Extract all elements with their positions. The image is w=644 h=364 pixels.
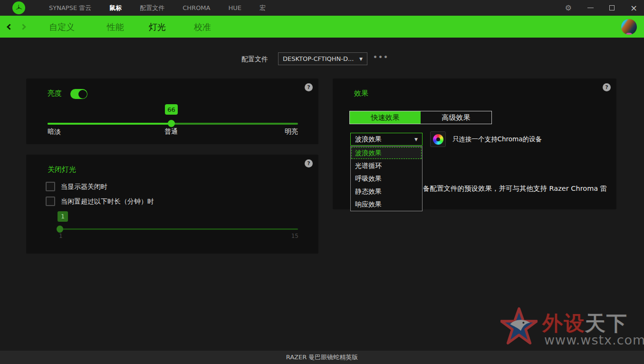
menu-item-mouse[interactable]: 鼠标 [109, 4, 122, 12]
profile-select[interactable]: DESKTOP-CFTIQHN-D... ▼ [278, 52, 367, 65]
tab-quick-effects[interactable]: 快速效果 [350, 111, 421, 124]
razer-logo-icon[interactable] [12, 1, 25, 14]
dropdown-option-spectrum[interactable]: 光谱循环 [351, 159, 422, 172]
settings-gear-icon[interactable]: ⚙ [565, 4, 572, 12]
effect-description: 备配置文件的预设效果，并可与其他支持 Razer Chroma 雷 [423, 184, 611, 193]
back-arrow-icon[interactable] [7, 24, 13, 30]
window-controls: ⚙ × [565, 0, 637, 16]
checkbox-idle-timeout-label: 当闲置超过以下时长（分钟）时 [61, 197, 154, 206]
dropdown-option-reactive[interactable]: 响应效果 [351, 198, 422, 211]
device-name: RAZER 曼巴眼镜蛇精英版 [286, 353, 358, 362]
footer-bar: RAZER 曼巴眼镜蛇精英版 [0, 351, 644, 364]
profile-select-value: DESKTOP-CFTIQHN-D... [283, 55, 354, 62]
brightness-slider-handle[interactable] [168, 120, 175, 127]
brightness-slider[interactable] [48, 123, 298, 125]
checkbox-idle-timeout[interactable] [46, 197, 55, 206]
toggle-knob [78, 90, 87, 98]
idle-slider-min-label: 1 [59, 233, 63, 239]
idle-minutes-slider[interactable] [58, 228, 298, 230]
menu-item-hue[interactable]: HUE [228, 4, 241, 11]
menu-item-profiles[interactable]: 配置文件 [140, 4, 164, 12]
lights-off-panel: 关闭灯光 ? 当显示器关闭时 当闲置超过以下时长（分钟）时 1 1 15 [26, 155, 318, 254]
watermark-text-red: 外设 [542, 311, 585, 335]
lights-off-title: 关闭灯光 [48, 165, 76, 174]
brightness-title: 亮度 [48, 89, 62, 98]
profile-label: 配置文件 [241, 55, 268, 64]
brightness-toggle[interactable] [70, 89, 87, 99]
tab-customize[interactable]: 自定义 [49, 21, 75, 33]
checkbox-display-off-label: 当显示器关闭时 [61, 183, 107, 191]
tab-calibration[interactable]: 校准 [194, 21, 211, 33]
watermark: 外设天下 www.wstx.com [497, 306, 639, 350]
effect-dropdown-list: 波浪效果 光谱循环 呼吸效果 静态效果 响应效果 [350, 146, 423, 211]
brightness-label-bright: 明亮 [285, 128, 298, 136]
effects-tab-group: 快速效果 高级效果 [349, 111, 492, 124]
menu-item-macro[interactable]: 宏 [260, 4, 266, 12]
checkbox-display-off[interactable] [46, 182, 55, 191]
brightness-slider-fill [48, 123, 171, 125]
chroma-color-button[interactable] [430, 131, 446, 147]
watermark-text-gray: 天下 [585, 311, 628, 335]
menu-item-chroma[interactable]: CHROMA [183, 4, 210, 11]
effects-title: 效果 [354, 89, 368, 98]
tab-advanced-effects[interactable]: 高级效果 [421, 111, 491, 124]
title-bar: SYNAPSE 雷云 鼠标 配置文件 CHROMA HUE 宏 ⚙ × [0, 0, 644, 16]
help-icon[interactable]: ? [305, 83, 313, 91]
brightness-value-badge: 66 [165, 104, 178, 115]
maximize-icon[interactable] [609, 5, 615, 10]
brightness-label-dim: 暗淡 [48, 128, 61, 136]
avatar[interactable] [621, 19, 637, 35]
color-wheel-icon [433, 134, 443, 145]
device-nav-bar: 自定义 性能 灯光 校准 [0, 16, 644, 38]
brightness-label-normal: 普通 [164, 128, 178, 136]
forward-arrow-icon[interactable] [20, 24, 26, 30]
dropdown-option-breathing[interactable]: 呼吸效果 [351, 172, 422, 185]
idle-slider-max-label: 15 [291, 233, 298, 239]
chevron-down-icon: ▼ [359, 57, 363, 61]
app-menu: SYNAPSE 雷云 鼠标 配置文件 CHROMA HUE 宏 [49, 0, 266, 16]
brightness-panel: 亮度 ? 66 暗淡 普通 明亮 [26, 79, 318, 144]
dropdown-option-wave[interactable]: 波浪效果 [351, 147, 422, 159]
menu-item-synapse[interactable]: SYNAPSE 雷云 [49, 4, 91, 12]
close-icon[interactable]: × [630, 4, 637, 12]
synapse-window: SYNAPSE 雷云 鼠标 配置文件 CHROMA HUE 宏 ⚙ × 自定义 … [0, 0, 644, 364]
chevron-down-icon: ▼ [414, 137, 418, 142]
effect-select[interactable]: 波浪效果 ▼ [350, 133, 423, 146]
help-icon[interactable]: ? [603, 83, 611, 91]
help-icon[interactable]: ? [305, 159, 313, 167]
dropdown-option-static[interactable]: 静态效果 [351, 185, 422, 198]
wstx-logo-icon [500, 307, 538, 346]
minimize-icon[interactable] [587, 8, 594, 8]
idle-minutes-badge: 1 [58, 211, 68, 222]
profile-more-button[interactable]: ••• [373, 53, 389, 61]
effects-panel: 效果 ? 快速效果 高级效果 波浪效果 ▼ 只连接一个支持Chroma的设备 备… [333, 79, 616, 209]
idle-minutes-slider-handle[interactable] [57, 226, 63, 233]
tab-performance[interactable]: 性能 [107, 21, 124, 33]
effect-select-value: 波浪效果 [355, 135, 382, 144]
tab-lighting[interactable]: 灯光 [149, 21, 166, 33]
watermark-url: www.wstx.com [544, 333, 644, 347]
chroma-note: 只连接一个支持Chroma的设备 [452, 135, 542, 144]
